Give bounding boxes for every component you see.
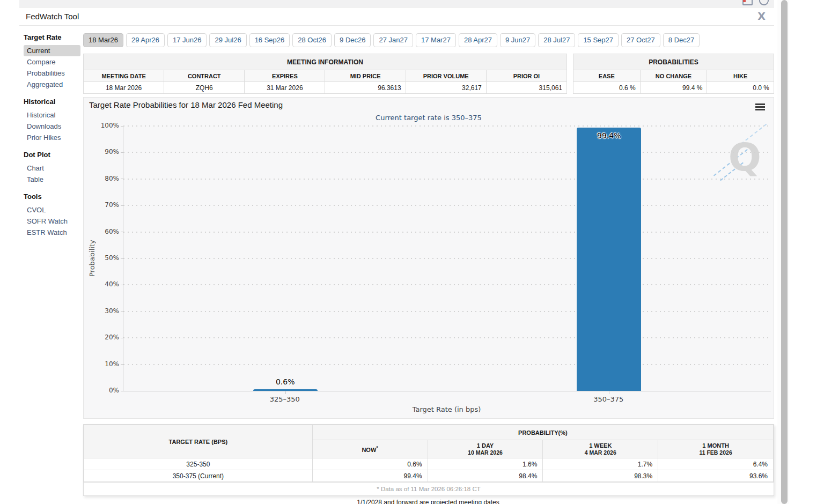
sidebar-group-title: Historical (24, 98, 80, 106)
meeting-date-value: 18 Mar 2026 (84, 82, 164, 94)
bar-value-label: 0.6% (253, 377, 318, 386)
meeting-tab[interactable]: 8 Dec27 (663, 33, 700, 47)
title-bar: FedWatch Tool X (19, 8, 774, 26)
watermark-q-letter: Q (729, 136, 761, 179)
meeting-tab[interactable]: 29 Apr26 (126, 33, 165, 47)
gridline (123, 284, 771, 285)
vertical-scrollbar-thumb[interactable] (781, 0, 788, 504)
sidebar-item-probabilities[interactable]: Probabilities (24, 68, 80, 79)
y-tick-label: 20% (93, 333, 119, 341)
column-header: HIKE (707, 70, 774, 82)
period-label: 1 WEEK (589, 442, 612, 449)
gridline (123, 152, 771, 153)
sidebar-item-chart[interactable]: Chart (24, 162, 80, 174)
column-header: CONTRACT (164, 70, 245, 82)
y-tick-mark (121, 311, 123, 312)
y-tick-mark (121, 285, 123, 285)
meeting-tab[interactable]: 17 Jun26 (167, 33, 207, 47)
week-probability-cell: 1.7% (543, 458, 658, 470)
sidebar-item-sofr-watch[interactable]: SOFR Watch (24, 216, 80, 227)
sidebar-item-aggregated[interactable]: Aggregated (24, 79, 80, 90)
period-label: 1 MONTH (702, 442, 729, 449)
gridline (123, 232, 771, 233)
meeting-tab[interactable]: 27 Jan27 (373, 33, 413, 47)
table-row: 350-375 (Current) 99.4% 98.4% 98.3% 93.6… (84, 470, 774, 482)
meeting-tab[interactable]: 28 Jul27 (538, 33, 575, 47)
meeting-tab[interactable]: 18 Mar26 (83, 33, 123, 47)
day-probability-cell: 98.4% (428, 470, 543, 482)
x-social-share-icon[interactable]: X (757, 10, 766, 22)
sidebar-item-estr-watch[interactable]: ESTR Watch (24, 227, 80, 238)
x-tick-mark (609, 391, 609, 394)
x-tick-label: 325–350 (242, 395, 328, 403)
sidebar-group-tools: Tools CVOL SOFR Watch ESTR Watch (24, 192, 80, 238)
meeting-tab[interactable]: 28 Oct26 (292, 33, 332, 47)
sidebar-item-cvol[interactable]: CVOL (24, 204, 80, 216)
meeting-tab[interactable]: 29 Jul26 (209, 33, 246, 47)
month-probability-cell: 6.4% (658, 458, 774, 470)
y-tick-mark (121, 126, 123, 127)
mid-price-value: 96.3613 (325, 82, 406, 94)
meeting-info-caption: MEETING INFORMATION (84, 54, 567, 70)
main-content: 18 Mar26 29 Apr26 17 Jun26 29 Jul26 16 S… (83, 33, 774, 504)
chart-menu-icon[interactable] (755, 103, 765, 112)
refresh-icon[interactable] (757, 0, 770, 7)
rate-range-cell: 350-375 (Current) (84, 470, 313, 482)
y-tick-mark (121, 364, 123, 365)
y-tick-label: 40% (93, 280, 119, 288)
page-title: FedWatch Tool (26, 12, 79, 21)
x-axis-title: Target Rate (in bps) (123, 405, 770, 413)
sidebar-group-title: Dot Plot (24, 151, 80, 159)
y-axis-labels: 0%10%20%30%40%50%60%70%80%90%100% (93, 126, 119, 391)
chart-title: Target Rate Probabilities for 18 Mar 202… (89, 100, 283, 109)
rate-range-cell: 325-350 (84, 458, 313, 470)
meeting-date-tabs: 18 Mar26 29 Apr26 17 Jun26 29 Jul26 16 S… (83, 33, 774, 47)
sidebar-item-current[interactable]: Current (24, 45, 80, 56)
y-tick-mark (121, 391, 123, 391)
y-tick-label: 60% (93, 228, 119, 235)
now-label: NOW (362, 447, 376, 453)
meeting-tab[interactable]: 17 Mar27 (416, 33, 456, 47)
week-probability-cell: 98.3% (543, 470, 658, 482)
meeting-tab[interactable]: 27 Oct27 (621, 33, 660, 47)
period-label: 1 DAY (477, 442, 494, 449)
sidebar-item-downloads[interactable]: Downloads (24, 121, 80, 132)
gridline (123, 179, 771, 180)
sidebar-item-compare[interactable]: Compare (24, 56, 80, 68)
period-date: 4 MAR 2026 (548, 449, 652, 456)
y-tick-mark (121, 338, 123, 338)
meeting-tab[interactable]: 9 Dec26 (334, 33, 371, 47)
sidebar-item-table[interactable]: Table (24, 174, 80, 185)
meeting-information-table: MEETING INFORMATION MEETING DATE CONTRAC… (83, 54, 567, 94)
sidebar-item-prior-hikes[interactable]: Prior Hikes (24, 132, 80, 143)
table-row: 18 Mar 2026 ZQH6 31 Mar 2026 96.3613 32,… (84, 82, 567, 94)
x-tick-label: 350–375 (565, 395, 651, 403)
sidebar-item-historical[interactable]: Historical (24, 109, 80, 121)
vertical-scrollbar-track[interactable] (777, 0, 789, 504)
ease-value: 0.6 % (573, 82, 641, 94)
probabilities-summary-table: PROBABILITIES EASE NO CHANGE HIKE 0.6 % … (573, 54, 774, 94)
x-tick-mark (285, 391, 286, 394)
column-header-1-month: 1 MONTH11 FEB 2026 (658, 440, 774, 458)
meeting-tab[interactable]: 15 Sep27 (578, 33, 619, 47)
y-tick-label: 90% (93, 148, 119, 155)
table-row: 0.6 % 99.4 % 0.0 % (573, 82, 774, 94)
sidebar-group-title: Target Rate (24, 33, 80, 41)
now-probability-cell: 0.6% (312, 458, 428, 470)
y-tick-label: 0% (93, 387, 119, 394)
quikstrike-watermark: Q (723, 132, 768, 184)
period-date: 10 MAR 2026 (433, 449, 538, 456)
print-icon[interactable] (742, 0, 753, 5)
meeting-tab[interactable]: 9 Jun27 (500, 33, 535, 47)
gridline (123, 337, 771, 338)
meeting-tab[interactable]: 28 Apr27 (459, 33, 497, 47)
column-header: PRIOR VOLUME (406, 70, 486, 82)
column-header: PRIOR OI (486, 70, 566, 82)
y-tick-label: 50% (93, 254, 119, 262)
chart-bar (577, 128, 641, 391)
meeting-tab[interactable]: 16 Sep26 (249, 33, 290, 47)
print-icon-badge (743, 0, 746, 2)
plot-area: Q 0.6%99.4% (123, 126, 771, 391)
sidebar-group-target-rate: Target Rate Current Compare Probabilitie… (24, 33, 80, 90)
x-axis-labels: 325–350350–375 (123, 395, 770, 404)
